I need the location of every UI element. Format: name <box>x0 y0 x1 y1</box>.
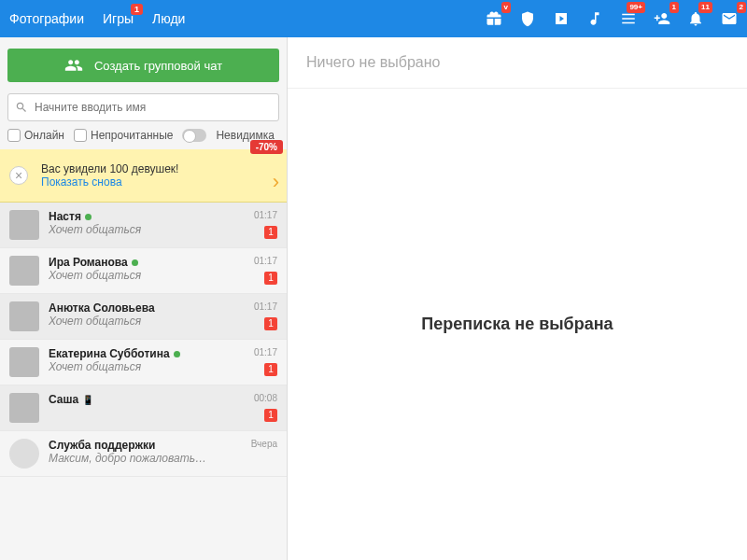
online-dot-icon <box>85 214 92 220</box>
conversation-body: Ира РомановаХочет общаться <box>49 256 240 286</box>
conversation-item[interactable]: Саша📱00:081 <box>0 385 287 431</box>
conversation-name: Служба поддержки <box>49 439 240 452</box>
invisible-toggle[interactable] <box>182 129 206 142</box>
promo-discount-badge: -70% <box>250 140 283 154</box>
conversation-name: Ира Романова <box>49 256 240 269</box>
create-chat-label: Создать групповой чат <box>94 59 222 73</box>
conversation-preview: Хочет общаться <box>49 360 207 373</box>
promo-banner: -70% × Вас увидели 100 девушек! Показать… <box>0 149 287 203</box>
conversation-preview: Хочет общаться <box>49 223 207 236</box>
conversation-time: 01:17 <box>240 256 277 266</box>
conversation-time: 00:08 <box>240 393 277 403</box>
conversation-name: Саша📱 <box>49 393 240 406</box>
gift-badge: v <box>501 2 511 13</box>
conversation-time: Вчера <box>240 439 277 449</box>
main-area: Ничего не выбрано Переписка не выбрана <box>288 37 747 560</box>
sidebar: Создать групповой чат Онлайн Непрочитанн… <box>0 37 288 560</box>
conversation-body: НастяХочет общаться <box>49 210 240 240</box>
bell-badge: 11 <box>698 2 712 13</box>
unread-badge: 1 <box>264 317 277 330</box>
nav-photos[interactable]: Фотографии <box>9 11 84 26</box>
promo-close-button[interactable]: × <box>9 166 28 185</box>
filters: Онлайн Непрочитанные Невидимка <box>0 129 287 149</box>
empty-state: Переписка не выбрана <box>288 89 747 560</box>
conversation-preview: Хочет общаться <box>49 315 207 328</box>
unread-badge: 1 <box>264 409 277 422</box>
avatar <box>9 210 39 240</box>
group-chat-icon <box>64 56 83 75</box>
friend-badge: 1 <box>669 2 679 13</box>
unread-badge: 1 <box>264 226 277 239</box>
mail-icon[interactable]: 2 <box>721 10 738 27</box>
conversation-body: Екатерина СубботинаХочет общаться <box>49 347 240 377</box>
music-icon[interactable] <box>586 10 603 27</box>
empty-state-text: Переписка не выбрана <box>421 315 613 334</box>
online-dot-icon <box>132 259 138 266</box>
avatar <box>9 393 39 423</box>
checkbox-icon <box>74 129 87 142</box>
topbar-icons: v 99+ 1 11 2 <box>486 10 738 27</box>
unread-badge: 1 <box>264 272 277 285</box>
conversation-body: Служба поддержкиМаксим, добро пожаловать… <box>49 439 240 469</box>
nav: Фотографии Игры 1 Люди <box>9 11 185 26</box>
conversation-name: Екатерина Субботина <box>49 347 240 360</box>
create-group-chat-button[interactable]: Создать групповой чат <box>7 49 279 82</box>
promo-text: Вас увидели 100 девушек! <box>41 162 259 175</box>
unread-badge: 1 <box>264 363 277 376</box>
conversation-preview: Максим, добро пожаловать в Фот <box>49 452 207 465</box>
video-icon[interactable] <box>553 10 570 27</box>
filter-unread-label: Непрочитанные <box>91 129 173 142</box>
conversation-item[interactable]: Ира РомановаХочет общаться01:171 <box>0 248 287 294</box>
promo-link[interactable]: Показать снова <box>41 175 259 189</box>
conversation-list[interactable]: НастяХочет общаться01:171Ира РомановаХоч… <box>0 203 287 560</box>
conversation-body: Саша📱 <box>49 393 240 423</box>
filter-online-label: Онлайн <box>24 129 64 142</box>
shield-icon[interactable] <box>519 10 536 27</box>
bell-icon[interactable]: 11 <box>687 10 704 27</box>
avatar <box>9 439 39 469</box>
conversation-item[interactable]: Анютка СоловьеваХочет общаться01:171 <box>0 294 287 340</box>
conversation-meta: 01:171 <box>240 347 277 377</box>
conversation-meta: 01:171 <box>240 301 277 331</box>
conversation-body: Анютка СоловьеваХочет общаться <box>49 301 240 331</box>
conversation-item[interactable]: НастяХочет общаться01:171 <box>0 203 287 248</box>
conversation-item[interactable]: Служба поддержкиМаксим, добро пожаловать… <box>0 431 287 477</box>
avatar <box>9 256 39 286</box>
conversation-name: Настя <box>49 210 240 223</box>
filter-online[interactable]: Онлайн <box>7 129 64 142</box>
gift-icon[interactable]: v <box>486 10 502 27</box>
avatar <box>9 301 39 331</box>
mobile-icon: 📱 <box>82 395 93 405</box>
search-icon <box>15 101 28 114</box>
search-input[interactable] <box>7 93 279 121</box>
checkbox-icon <box>7 129 21 142</box>
conversation-time: 01:17 <box>240 347 277 357</box>
nav-games-label: Игры <box>103 11 134 26</box>
search-wrap <box>7 93 279 121</box>
conversation-name: Анютка Соловьева <box>49 301 240 315</box>
main-header: Ничего не выбрано <box>288 37 747 89</box>
conversation-meta: 01:171 <box>240 256 277 286</box>
filter-unread[interactable]: Непрочитанные <box>74 129 173 142</box>
list-badge: 99+ <box>627 2 645 13</box>
friend-add-icon[interactable]: 1 <box>654 10 670 27</box>
list-icon[interactable]: 99+ <box>620 10 637 27</box>
conversation-meta: Вчера <box>240 439 277 469</box>
nav-people[interactable]: Люди <box>152 11 185 26</box>
online-dot-icon <box>174 351 180 357</box>
conversation-meta: 00:081 <box>240 393 277 423</box>
nav-games-badge: 1 <box>131 4 143 15</box>
conversation-time: 01:17 <box>240 301 277 312</box>
mail-badge: 2 <box>737 2 746 13</box>
topbar: Фотографии Игры 1 Люди v 99+ 1 <box>0 0 747 37</box>
conversation-time: 01:17 <box>240 210 277 220</box>
avatar <box>9 347 39 377</box>
chevron-right-icon[interactable]: › <box>273 170 279 194</box>
conversation-item[interactable]: Екатерина СубботинаХочет общаться01:171 <box>0 340 287 385</box>
conversation-preview: Хочет общаться <box>49 269 207 282</box>
content: Создать групповой чат Онлайн Непрочитанн… <box>0 37 747 560</box>
nav-games[interactable]: Игры 1 <box>103 11 134 26</box>
conversation-meta: 01:171 <box>240 210 277 240</box>
